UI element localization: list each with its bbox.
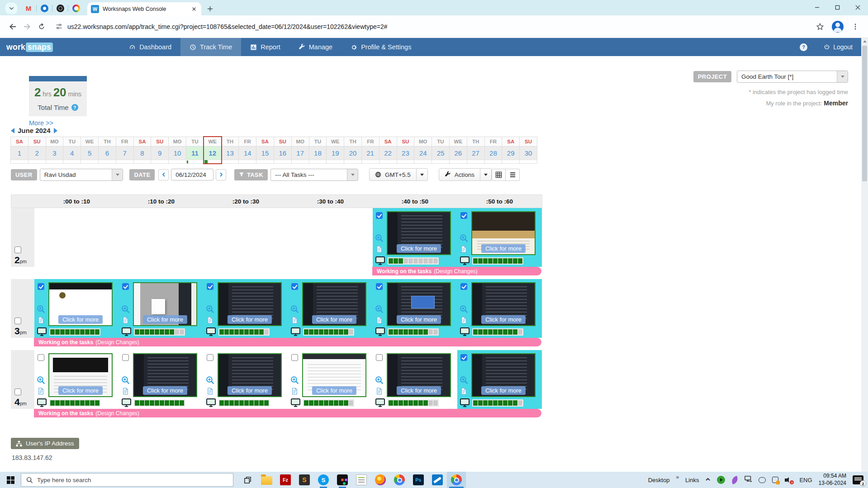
screenshot-thumbnail[interactable]: Click for more — [471, 282, 536, 326]
taskbar-app-file-explorer[interactable] — [257, 472, 276, 488]
zoom-in-icon[interactable] — [375, 234, 384, 242]
calendar-day-13[interactable]: 13 — [222, 147, 239, 160]
calendar-day-6[interactable]: 6 — [99, 147, 116, 160]
calendar-day-4[interactable]: 4 — [63, 147, 81, 160]
taskbar-app-filezilla[interactable]: Fz — [276, 472, 295, 488]
calendar-day-26[interactable]: 26 — [450, 147, 467, 160]
click-for-more-overlay[interactable]: Click for more — [143, 386, 187, 395]
user-select[interactable]: Ravi Usdad — [40, 169, 123, 181]
calendar-day-20[interactable]: 20 — [344, 147, 361, 160]
timezone-button[interactable]: GMT+5.5 — [369, 168, 417, 181]
notes-icon[interactable] — [375, 316, 383, 324]
tab-search-icon[interactable] — [5, 3, 17, 14]
calendar-day-3[interactable]: 3 — [46, 147, 63, 160]
pinned-tab-gmail[interactable] — [24, 4, 33, 13]
taskbar-app-chrome-active[interactable] — [447, 472, 466, 488]
tab-close-icon[interactable] — [190, 5, 198, 13]
calendar-day-19[interactable]: 19 — [327, 147, 344, 160]
taskbar-app-figma[interactable] — [333, 472, 352, 488]
help-icon[interactable] — [800, 43, 807, 51]
click-for-more-overlay[interactable]: Click for more — [481, 244, 526, 253]
nav-item-report[interactable]: Report — [241, 38, 289, 56]
notes-icon[interactable] — [122, 316, 129, 324]
taskbar-search[interactable] — [21, 473, 233, 487]
more-link[interactable]: More >> — [29, 119, 53, 127]
screenshot-checkbox[interactable] — [122, 283, 129, 290]
screenshot-checkbox[interactable] — [460, 354, 467, 361]
screenshot-thumbnail[interactable]: Click for more — [218, 282, 282, 326]
screenshot-checkbox[interactable] — [207, 354, 213, 361]
pinned-tab-blue-app[interactable] — [40, 4, 49, 13]
calendar-day-22[interactable]: 22 — [379, 147, 397, 160]
calendar-day-24[interactable]: 24 — [414, 147, 432, 160]
grid-view-button[interactable] — [492, 169, 506, 181]
back-icon[interactable] — [5, 19, 20, 34]
screenshot-thumbnail[interactable]: Click for more — [302, 282, 366, 326]
calendar-day-23[interactable]: 23 — [397, 147, 414, 160]
zoom-in-icon[interactable] — [121, 305, 130, 313]
scrollbar-thumb[interactable] — [862, 46, 867, 181]
project-select[interactable]: Good Earth Tour [*] — [737, 71, 848, 83]
calendar-day-30[interactable]: 30 — [520, 147, 537, 160]
next-month-icon[interactable] — [54, 128, 57, 133]
window-maximize-button[interactable] — [827, 0, 848, 15]
task-select[interactable]: --- All Tasks --- — [270, 169, 358, 181]
notes-icon[interactable] — [460, 387, 468, 395]
screenshot-checkbox[interactable] — [376, 212, 383, 219]
total-time-help-icon[interactable] — [71, 104, 78, 111]
screenshot-thumbnail[interactable]: Click for more — [387, 353, 451, 397]
notes-icon[interactable] — [460, 245, 468, 253]
start-button[interactable] — [0, 472, 21, 488]
url-bar[interactable]: us22.worksnaps.com/app/track_time.cgi?pr… — [55, 23, 813, 30]
pinned-tab-colorful-app[interactable] — [71, 4, 81, 13]
taskbar-app-firefox[interactable] — [371, 472, 390, 488]
screenshot-thumbnail[interactable]: Click for more — [48, 353, 113, 397]
screenshot-thumbnail[interactable]: Click for more — [471, 211, 536, 255]
taskbar-app-sublime[interactable]: S — [295, 472, 314, 488]
screenshot-thumbnail[interactable]: Click for more — [387, 282, 451, 326]
browser-menu-icon[interactable] — [848, 19, 863, 34]
screenshot-checkbox[interactable] — [122, 354, 129, 361]
language-indicator[interactable]: ENG — [799, 477, 812, 483]
zoom-in-icon[interactable] — [290, 376, 299, 384]
calendar-day-21[interactable]: 21 — [362, 147, 379, 160]
screenshot-checkbox[interactable] — [291, 354, 298, 361]
calendar-day-10[interactable]: 10 — [169, 147, 186, 160]
calendar-day-28[interactable]: 28 — [485, 147, 502, 160]
calendar-day-15[interactable]: 15 — [256, 147, 274, 160]
notes-icon[interactable] — [122, 387, 129, 395]
taskbar-app-chrome[interactable] — [390, 472, 409, 488]
click-for-more-overlay[interactable]: Click for more — [58, 386, 103, 395]
zoom-in-icon[interactable] — [206, 305, 214, 313]
calendar-day-12[interactable]: 12 — [204, 147, 221, 160]
browser-profile-avatar[interactable] — [832, 21, 844, 33]
click-for-more-overlay[interactable]: Click for more — [228, 386, 272, 395]
zoom-in-icon[interactable] — [290, 305, 299, 313]
screenshot-checkbox[interactable] — [376, 283, 383, 290]
zoom-in-icon[interactable] — [37, 305, 45, 313]
logout-button[interactable]: Logout — [824, 43, 853, 51]
click-for-more-overlay[interactable]: Click for more — [397, 315, 441, 324]
notes-icon[interactable] — [206, 387, 214, 395]
pinned-tab-dark-app[interactable] — [56, 4, 65, 13]
screenshot-checkbox[interactable] — [38, 354, 44, 361]
screenshot-checkbox[interactable] — [376, 354, 383, 361]
forward-icon[interactable] — [20, 19, 34, 34]
actions-caret-button[interactable] — [480, 168, 492, 181]
hidden-icons-chevron[interactable] — [705, 477, 711, 483]
click-for-more-overlay[interactable]: Click for more — [143, 315, 187, 324]
notes-icon[interactable] — [206, 316, 214, 324]
notes-icon[interactable] — [375, 245, 383, 253]
calendar-day-9[interactable]: 9 — [151, 147, 168, 160]
zoom-in-icon[interactable] — [460, 234, 468, 242]
page-scrollbar[interactable] — [861, 38, 868, 472]
click-for-more-overlay[interactable]: Click for more — [312, 386, 356, 395]
list-view-button[interactable] — [506, 169, 520, 181]
notes-icon[interactable] — [291, 387, 299, 395]
calendar-day-8[interactable]: 8 — [134, 147, 151, 160]
notes-icon[interactable] — [291, 316, 299, 324]
calendar-day-18[interactable]: 18 — [309, 147, 327, 160]
calendar-day-2[interactable]: 2 — [28, 147, 46, 160]
screenshot-checkbox[interactable] — [38, 283, 44, 290]
bookmark-star-icon[interactable] — [813, 19, 827, 34]
